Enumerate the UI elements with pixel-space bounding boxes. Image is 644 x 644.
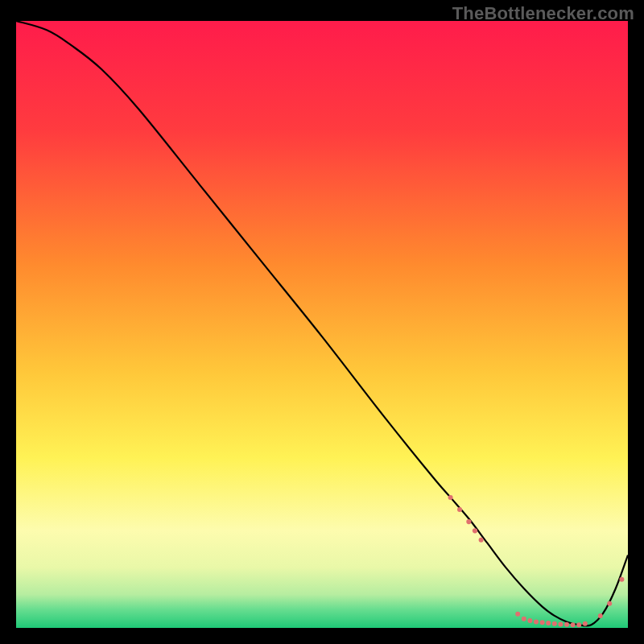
marker-dot	[527, 618, 532, 623]
marker-dot	[558, 621, 563, 626]
marker-dot	[466, 519, 471, 524]
gradient-rect	[16, 21, 628, 628]
chart-svg	[16, 21, 628, 628]
marker-dot	[448, 495, 453, 500]
marker-dot	[546, 621, 551, 625]
attribution-text: TheBottlenecker.com	[452, 3, 634, 24]
chart-frame: TheBottlenecker.com	[0, 0, 644, 644]
marker-dot	[564, 622, 569, 627]
marker-dot	[552, 621, 557, 626]
marker-dot	[457, 507, 462, 512]
marker-dot	[473, 528, 477, 533]
marker-dot	[571, 622, 576, 627]
marker-dot	[522, 617, 526, 621]
marker-dot	[607, 601, 612, 606]
marker-dot	[479, 538, 484, 543]
marker-dot	[515, 612, 520, 617]
marker-dot	[598, 613, 603, 618]
marker-dot	[540, 620, 545, 625]
plot-area	[16, 21, 628, 628]
marker-dot	[619, 577, 624, 582]
marker-dot	[576, 622, 581, 627]
marker-dot	[583, 621, 588, 626]
marker-dot	[534, 619, 539, 624]
